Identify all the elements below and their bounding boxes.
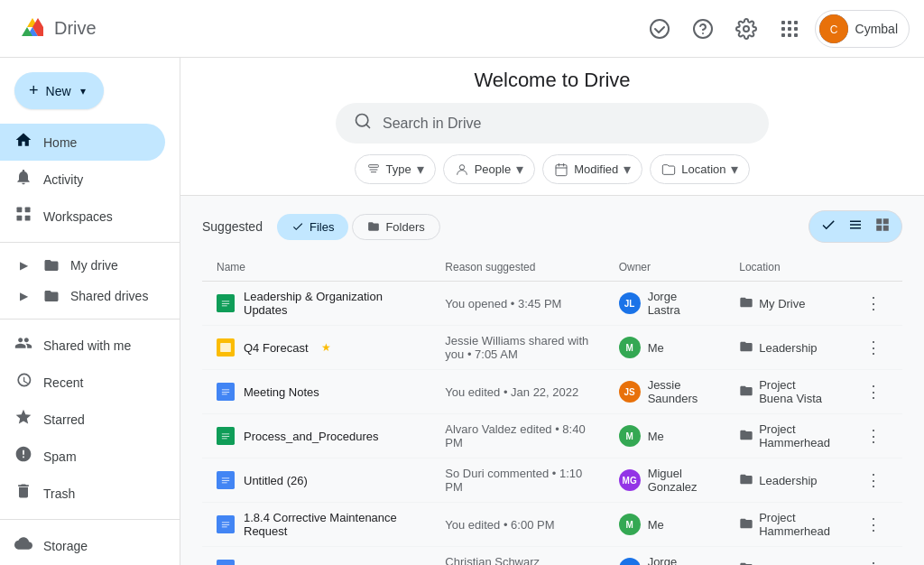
home-icon — [14, 131, 32, 153]
sidebar-item-spam[interactable]: Spam — [0, 438, 165, 475]
sidebar-item-starred[interactable]: Starred — [0, 401, 165, 438]
more-options-button[interactable]: ⋮ — [859, 466, 888, 495]
modified-filter-icon — [554, 162, 568, 177]
spam-icon — [14, 445, 32, 468]
svg-rect-11 — [788, 27, 791, 31]
sidebar-trash-label: Trash — [43, 486, 75, 501]
sidebar-divider-1 — [0, 242, 180, 243]
owner-name: Jessie Saunders — [648, 378, 711, 405]
sidebar-item-shared-with-me[interactable]: Shared with me — [0, 327, 165, 364]
file-type-icon — [217, 560, 235, 565]
more-options-button[interactable]: ⋮ — [859, 377, 888, 406]
table-row[interactable]: Untitled (26) So Duri commented • 1:10 P… — [202, 458, 902, 503]
owner-avatar: M — [619, 514, 641, 535]
reason-cell: So Duri commented • 1:10 PM — [430, 458, 604, 503]
topbar: Drive C Cymbal — [0, 0, 924, 58]
owner-name: Jorge Lastra — [648, 555, 711, 565]
more-options-button[interactable]: ⋮ — [859, 554, 888, 565]
location-name: Project Hammerhead — [759, 422, 830, 449]
activity-bell-icon — [14, 168, 32, 190]
sidebar-item-workspaces[interactable]: Workspaces — [0, 198, 165, 235]
location-folder-icon — [739, 516, 753, 533]
star-icon: ★ — [321, 341, 331, 354]
file-type-icon — [217, 427, 235, 445]
svg-point-4 — [651, 20, 669, 38]
location-name: Project Buena Vista — [759, 378, 830, 405]
owner-cell: M Me — [605, 414, 725, 458]
owner-name: Me — [648, 341, 664, 355]
table-body: Leadership & Organization Updates You op… — [202, 282, 902, 566]
files-tab[interactable]: Files — [277, 214, 348, 240]
file-name-cell: 1.8.4 Corrective Maintenance Request — [202, 503, 430, 547]
settings-icon[interactable] — [728, 11, 764, 47]
more-options-button[interactable]: ⋮ — [859, 333, 888, 362]
table-row[interactable]: Meeting Notes You edited • Jan 22, 2022 … — [202, 370, 902, 414]
table-row[interactable]: 1.8.4 Corrective Maintenance Request You… — [202, 503, 902, 547]
sidebar-divider-3 — [0, 519, 180, 520]
search-icon — [354, 112, 372, 134]
shared-drives-chevron-icon: ▶ — [14, 290, 32, 302]
workspaces-icon — [14, 205, 32, 227]
suggested-header: Suggested Files Folders — [202, 210, 902, 243]
table-row[interactable]: Q4 Forecast ★ Jessie Williams shared wit… — [202, 326, 902, 370]
help-icon[interactable] — [685, 11, 721, 47]
sidebar-item-my-drive[interactable]: ▶ My drive — [0, 250, 165, 281]
people-filter-icon — [455, 162, 469, 177]
location-folder-icon — [739, 339, 753, 357]
more-options-button[interactable]: ⋮ — [859, 421, 888, 450]
folders-tab[interactable]: Folders — [352, 214, 439, 240]
more-options-button[interactable]: ⋮ — [859, 289, 888, 318]
actions-cell: ⋮ — [845, 414, 902, 458]
sidebar-workspaces-label: Workspaces — [43, 209, 113, 224]
search-bar[interactable]: Search in Drive — [336, 103, 769, 144]
folders-tab-icon — [367, 220, 380, 233]
col-actions — [845, 254, 902, 282]
table-row[interactable]: Weekly Forecast (9) Christian Schwarz me… — [202, 547, 902, 566]
folders-tab-label: Folders — [385, 220, 424, 234]
app-name: Drive — [54, 18, 97, 39]
sidebar-starred-label: Starred — [43, 412, 85, 427]
grid-view-button[interactable] — [871, 213, 894, 240]
actions-cell: ⋮ — [845, 547, 902, 566]
sidebar-item-home[interactable]: Home — [0, 124, 165, 161]
file-name: Untitled (26) — [244, 474, 308, 487]
file-name: Q4 Forecast — [244, 341, 309, 355]
location-cell: Leadership — [725, 458, 845, 503]
more-options-button[interactable]: ⋮ — [859, 510, 888, 539]
svg-rect-33 — [217, 560, 235, 565]
sidebar-storage-label: Storage — [43, 539, 88, 553]
owner-cell: JL Jorge Lastra — [605, 282, 725, 326]
files-tab-label: Files — [310, 220, 334, 234]
people-filter-button[interactable]: People ▾ — [443, 154, 535, 184]
svg-rect-19 — [25, 208, 31, 213]
type-filter-button[interactable]: Type ▾ — [355, 154, 436, 184]
list-view-check-icon[interactable] — [817, 213, 840, 240]
table-row[interactable]: Leadership & Organization Updates You op… — [202, 282, 902, 326]
files-tab-check-icon — [291, 220, 304, 233]
location-cell: Project Buena Vista — [725, 370, 845, 414]
location-folder-icon — [739, 428, 753, 445]
table-row[interactable]: Process_and_Procedures Alvaro Valdez edi… — [202, 414, 902, 458]
sidebar-item-activity[interactable]: Activity — [0, 161, 165, 198]
apps-icon[interactable] — [772, 11, 808, 47]
file-name-cell: Weekly Forecast (9) — [202, 547, 430, 566]
file-name: 1.8.4 Corrective Maintenance Request — [244, 511, 416, 538]
sidebar-item-shared-drives[interactable]: ▶ Shared drives — [0, 281, 165, 311]
location-name: My Drive — [759, 562, 805, 566]
shared-with-me-icon — [14, 334, 32, 357]
new-plus-icon: + — [29, 81, 39, 100]
check-circle-icon[interactable] — [642, 11, 678, 47]
user-account-chip[interactable]: C Cymbal — [815, 10, 910, 48]
sidebar-item-trash[interactable]: Trash — [0, 475, 165, 512]
sidebar-item-storage[interactable]: Storage — [0, 527, 165, 564]
new-button[interactable]: + New ▾ — [14, 72, 104, 109]
sidebar-home-label: Home — [43, 135, 77, 150]
owner-cell: MG Miguel Gonzalez — [605, 458, 725, 503]
svg-rect-18 — [17, 208, 23, 213]
location-filter-button[interactable]: Location ▾ — [650, 154, 750, 184]
svg-rect-14 — [788, 33, 791, 37]
list-view-button[interactable] — [844, 213, 867, 240]
modified-filter-button[interactable]: Modified ▾ — [542, 154, 642, 184]
sidebar-item-recent[interactable]: Recent — [0, 364, 165, 401]
file-name-cell: Leadership & Organization Updates — [202, 282, 430, 326]
